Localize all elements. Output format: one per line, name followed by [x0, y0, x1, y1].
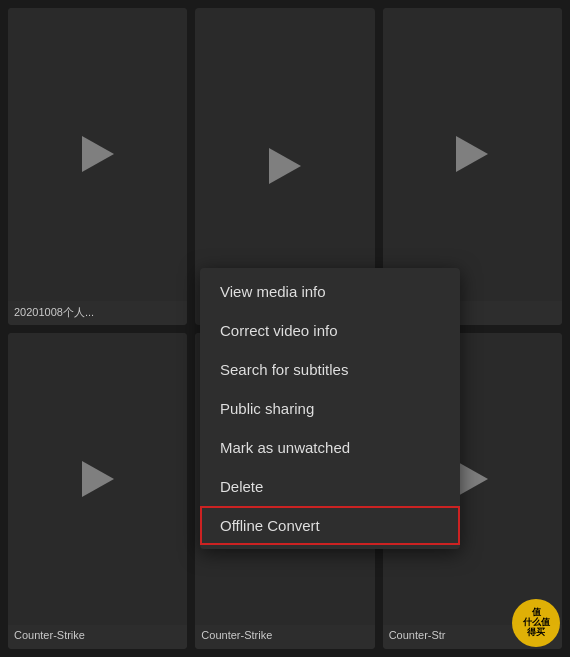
- menu-item-delete[interactable]: Delete: [200, 467, 460, 506]
- video-thumbnail-1: [8, 8, 187, 301]
- menu-item-public-sharing[interactable]: Public sharing: [200, 389, 460, 428]
- menu-item-search-for-subtitles[interactable]: Search for subtitles: [200, 350, 460, 389]
- watermark: 值什么值得买: [512, 599, 560, 647]
- play-icon-2: [269, 148, 301, 184]
- menu-item-mark-as-unwatched[interactable]: Mark as unwatched: [200, 428, 460, 467]
- play-icon-1: [82, 136, 114, 172]
- video-thumbnail-3: [383, 8, 562, 301]
- play-icon-3: [456, 136, 488, 172]
- video-thumbnail-4: [8, 333, 187, 626]
- video-card-1[interactable]: 20201008个人...: [8, 8, 187, 325]
- menu-item-correct-video-info[interactable]: Correct video info: [200, 311, 460, 350]
- video-label-4: Counter-Strike: [8, 625, 187, 649]
- play-icon-6: [456, 461, 488, 497]
- watermark-text: 值什么值得买: [523, 608, 550, 638]
- video-card-4[interactable]: Counter-Strike: [8, 333, 187, 650]
- video-label-1: 20201008个人...: [8, 301, 187, 325]
- video-label-5: Counter-Strike: [195, 625, 374, 649]
- context-menu: View media info Correct video info Searc…: [200, 268, 460, 549]
- menu-item-view-media-info[interactable]: View media info: [200, 272, 460, 311]
- play-icon-4: [82, 461, 114, 497]
- menu-item-offline-convert[interactable]: Offline Convert: [200, 506, 460, 545]
